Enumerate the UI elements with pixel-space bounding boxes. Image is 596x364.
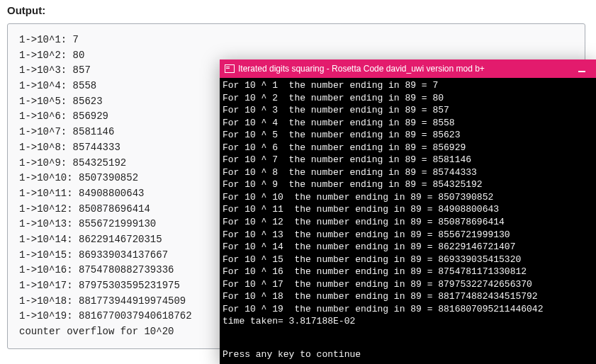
terminal-body[interactable]: For 10 ^ 1 the number ending in 89 = 7 F… [220, 78, 596, 364]
output-heading: Output: [0, 0, 596, 23]
terminal-prompt: Press any key to continue [223, 348, 361, 361]
app-icon [224, 63, 235, 74]
minimize-button[interactable] [572, 61, 592, 76]
terminal-window[interactable]: Iterated digits squaring - Rosetta Code … [220, 59, 596, 364]
terminal-title: Iterated digits squaring - Rosetta Code … [238, 64, 485, 74]
minimize-icon [577, 64, 587, 74]
svg-rect-4 [578, 71, 585, 72]
svg-rect-2 [226, 67, 230, 67]
terminal-output: For 10 ^ 1 the number ending in 89 = 7 F… [223, 79, 593, 328]
terminal-titlebar[interactable]: Iterated digits squaring - Rosetta Code … [220, 59, 596, 78]
svg-rect-3 [226, 68, 230, 69]
